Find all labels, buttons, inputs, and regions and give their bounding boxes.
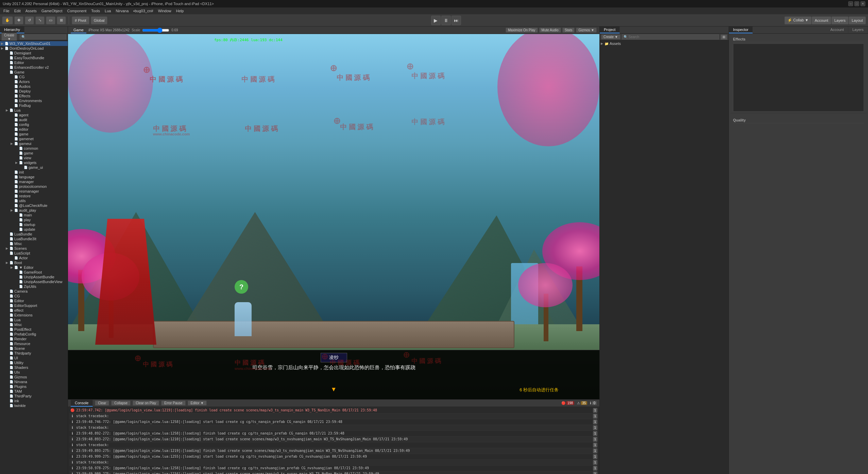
console-line[interactable]: ℹ 23:59:49.980-275: [@game/login/login_v… (69, 471, 598, 474)
hierarchy-item-audit_play[interactable]: ▶ 📄 audit_play (0, 208, 68, 213)
menu-bug[interactable]: ▪bug03_cn# (131, 8, 155, 14)
menu-gameobject[interactable]: GameObject (39, 8, 65, 14)
hierarchy-item-view[interactable]: 📄 view (0, 156, 68, 160)
hierarchy-item-effects[interactable]: 📄 Effects (0, 94, 68, 98)
hierarchy-item-audit[interactable]: 📄 audit (0, 117, 68, 122)
hierarchy-item-gamenet[interactable]: 📄 gamenet (0, 136, 68, 141)
menu-lua[interactable]: Lua (103, 8, 113, 14)
hierarchy-item-posteffect[interactable]: 📄 PostEffect (0, 327, 68, 332)
hierarchy-item-cg[interactable]: 📄 CG (0, 75, 68, 79)
layers-button[interactable]: Layers (831, 16, 849, 24)
hierarchy-item-audios[interactable]: 📄 Audios (0, 84, 68, 89)
menu-nirvana[interactable]: Nirvana (114, 8, 131, 14)
tab-game[interactable]: Game (71, 27, 86, 33)
hierarchy-item-config[interactable]: 📄 config (0, 122, 68, 127)
hierarchy-item-boot[interactable]: ▶ 📄 Boot (0, 260, 68, 265)
hierarchy-item-init[interactable]: 📄 init (0, 170, 68, 175)
hierarchy-item-twinkle[interactable]: 📄 twinkle (0, 403, 68, 408)
menu-window[interactable]: Window (156, 8, 173, 14)
hierarchy-item-ink[interactable]: 📄 ink (0, 398, 68, 403)
hierarchy-item-game3[interactable]: 📄 game (0, 151, 68, 156)
hierarchy-item-misc[interactable]: 📄 Misc (0, 241, 68, 246)
create-button[interactable]: Create ▼ (1, 33, 17, 42)
console-content[interactable]: 🔴 23:59:47.742: [@game/login/login_view.… (68, 407, 599, 474)
transform-tool[interactable]: ⊞ (57, 16, 66, 24)
hierarchy-item-editorsupport[interactable]: 📄 EditorSupport (0, 303, 68, 308)
project-search-input[interactable] (622, 34, 719, 39)
hierarchy-item-luabundle[interactable]: 📄 LuaBundle (0, 232, 68, 236)
hierarchy-item-tam[interactable]: 📄 TAM (0, 389, 68, 394)
hierarchy-item-gameroot[interactable]: 📄 GameRoot (0, 270, 68, 275)
hierarchy-item-luabundle3it[interactable]: 📄 LuaBundle3It (0, 236, 68, 241)
hierarchy-item-fixbug[interactable]: 📄 FixBug (0, 103, 68, 108)
minimize-button[interactable]: ─ (848, 1, 853, 6)
hierarchy-item-easytouchbundle[interactable]: 📄 EasyTouchBundle (0, 55, 68, 60)
rotate-tool[interactable]: ↺ (25, 16, 34, 24)
menu-tools[interactable]: Tools (89, 8, 102, 14)
hierarchy-item-misc2[interactable]: 📄 Misc (0, 322, 68, 327)
hierarchy-item-ui2[interactable]: 📄 UIx (0, 370, 68, 375)
hierarchy-item-game[interactable]: 📄 Game (0, 70, 68, 75)
menu-edit[interactable]: Edit (12, 8, 23, 14)
hierarchy-item-thirdparty2[interactable]: 📄 ThirdParty (0, 394, 68, 398)
console-line[interactable]: ℹ 23:59:48.892-272: [@game/login/login_v… (69, 431, 598, 437)
hierarchy-item-cg2[interactable]: 📄 CG (0, 294, 68, 298)
console-line[interactable]: ℹ 23:59:49.893-275: [@game/login/login_v… (69, 448, 598, 454)
maximize-on-play-button[interactable]: Maximize On Play (506, 28, 538, 33)
hierarchy-item-camera[interactable]: 📄 Camera (0, 289, 68, 294)
editor-dropdown-button[interactable]: Editor ▼ (188, 401, 207, 406)
project-icon-view-button[interactable]: ⊞ (720, 34, 727, 40)
hierarchy-item-language[interactable]: 📄 language (0, 175, 68, 179)
hierarchy-item-play[interactable]: 📄 play (0, 217, 68, 222)
console-line[interactable]: ℹ 23:59:48.893-272: [@game/login/login_v… (69, 437, 598, 442)
clear-on-play-button[interactable]: Clear on Play (133, 401, 159, 406)
hierarchy-item-gameui[interactable]: ▶ 📄 gameui (0, 141, 68, 146)
hierarchy-item-agent[interactable]: 📄 agent (0, 113, 68, 117)
hierarchy-search-input[interactable] (20, 34, 66, 39)
close-button[interactable]: ✕ (861, 1, 865, 6)
inspector-tab[interactable]: Inspector (729, 27, 753, 33)
layout-button[interactable]: Layout (849, 16, 866, 24)
console-line[interactable]: 🔴 23:59:47.742: [@game/login/login_view.… (69, 408, 598, 413)
hierarchy-item-actors[interactable]: 📄 Actors (0, 79, 68, 84)
hierarchy-item-extensions[interactable]: 📄 Extensions (0, 313, 68, 317)
maximize-button[interactable]: □ (854, 1, 859, 6)
hierarchy-item-luascript[interactable]: 📄 LuaScript (0, 251, 68, 256)
play-button[interactable]: ▶ (431, 16, 441, 25)
hierarchy-item-plugins[interactable]: 📄 Plugins (0, 384, 68, 389)
hierarchy-item-main[interactable]: 📄 main (0, 213, 68, 217)
hierarchy-item-demigiant[interactable]: 📄 Demigiant (0, 51, 68, 55)
hierarchy-item-widgets[interactable]: ▶ 📄 widgets (0, 160, 68, 165)
hierarchy-item-game2[interactable]: 📄 game (0, 132, 68, 136)
rect-tool[interactable]: ▭ (46, 16, 55, 24)
layers-subtab[interactable]: Layers (848, 27, 868, 33)
mute-audio-button[interactable]: Mute Audio (539, 28, 561, 33)
hierarchy-item-resource[interactable]: 📄 Resource (0, 341, 68, 346)
hierarchy-item-enhancedscroller[interactable]: 📄 EnhancedScroller v2 (0, 65, 68, 70)
console-tab[interactable]: Console (71, 400, 93, 407)
stats-button[interactable]: Stats (562, 28, 575, 33)
hierarchy-item-utility[interactable]: 📄 Utility (0, 360, 68, 365)
hierarchy-item-environments[interactable]: 📄 Environments (0, 98, 68, 103)
hierarchy-item-manager[interactable]: 📄 manager (0, 179, 68, 184)
account-subtab[interactable]: Account (826, 27, 848, 33)
step-button[interactable]: ⏭ (452, 16, 461, 25)
menu-file[interactable]: File (1, 8, 12, 14)
project-create-button[interactable]: Create ▼ (601, 34, 620, 39)
move-tool[interactable]: ✥ (14, 16, 23, 24)
hierarchy-item-thirdparty[interactable]: 📄 Thirdparty (0, 351, 68, 356)
hierarchy-item-shaders[interactable]: 📄 Shaders (0, 365, 68, 370)
gizmos-button[interactable]: Gizmos ▼ (576, 28, 597, 33)
hierarchy-item-resmanager[interactable]: 📄 resmanager (0, 189, 68, 194)
menu-help[interactable]: Help (174, 8, 186, 14)
console-line[interactable]: ℹ stack traceback: 1 (69, 460, 598, 465)
collapse-button[interactable]: Collapse (111, 401, 131, 406)
console-line[interactable]: ℹ 23:59:50.978-275: [@game/login/login_v… (69, 465, 598, 471)
hierarchy-item-unzipassetbundleview[interactable]: 📄 UnzipAssetBundleView (0, 279, 68, 284)
hierarchy-item-nirvana[interactable]: 📄 Nirvana (0, 379, 68, 384)
console-line[interactable]: ℹ 23:59:48.746-772: [@game/login/login_v… (69, 419, 598, 425)
hierarchy-item-effect[interactable]: 📄 effect (0, 308, 68, 313)
console-line[interactable]: ℹ stack traceback: 1 (69, 413, 598, 419)
error-pause-button[interactable]: Error Pause (161, 401, 185, 406)
hierarchy-item-unzipassetbundle[interactable]: 📄 UnzipAssetBundle (0, 275, 68, 279)
